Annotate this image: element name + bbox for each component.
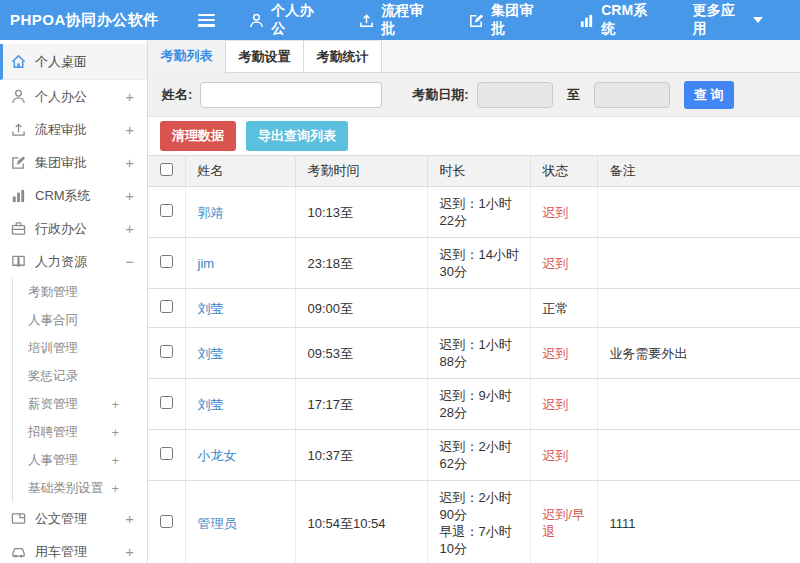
- employee-name-link[interactable]: 刘莹: [198, 301, 224, 316]
- main-content: 考勤列表 考勤设置 考勤统计 姓名: 考勤日期: 至 查 询 清理数据 导出查询…: [148, 40, 800, 563]
- bar-chart-icon: [10, 188, 26, 204]
- tab-attendance-settings[interactable]: 考勤设置: [226, 40, 304, 72]
- sidebar-subitem-base-category-settings[interactable]: 基础类别设置 +: [13, 474, 147, 502]
- sidebar-item-document-mgmt[interactable]: 公文管理 +: [0, 502, 147, 535]
- employee-name-link[interactable]: 管理员: [198, 516, 237, 531]
- attendance-time: 10:37至: [295, 430, 427, 481]
- sidebar-item-label: 公文管理: [35, 510, 87, 528]
- nav-crm-system[interactable]: CRM系统: [579, 2, 656, 38]
- sidebar-item-workflow-approval[interactable]: 流程审批 +: [0, 113, 147, 146]
- sidebar-item-group-approval[interactable]: 集团审批 +: [0, 146, 147, 179]
- row-checkbox[interactable]: [160, 447, 173, 460]
- table-row: 刘莹 09:53至 迟到：1小时88分 迟到 业务需要外出: [148, 328, 800, 379]
- tab-attendance-list[interactable]: 考勤列表: [148, 40, 226, 74]
- sidebar-item-crm-system[interactable]: CRM系统 +: [0, 179, 147, 212]
- date-to-label: 至: [567, 86, 580, 104]
- row-checkbox[interactable]: [160, 300, 173, 313]
- duration: 迟到：9小时28分: [427, 379, 530, 430]
- duration: 迟到：1小时88分: [427, 328, 530, 379]
- sidebar-item-vehicle-mgmt[interactable]: 用车管理 +: [0, 535, 147, 563]
- sidebar-subitem-label: 人事管理: [28, 452, 78, 469]
- sidebar-subitem-reward-records[interactable]: 奖惩记录: [13, 362, 147, 390]
- row-checkbox[interactable]: [160, 515, 173, 528]
- sidebar-subitem-attendance-mgmt[interactable]: 考勤管理: [13, 278, 147, 306]
- export-list-button[interactable]: 导出查询列表: [246, 121, 348, 151]
- sidebar-item-label: CRM系统: [35, 187, 91, 205]
- duration: 迟到：2小时90分 早退：7小时10分: [427, 481, 530, 563]
- nav-personal-office[interactable]: 个人办公: [249, 2, 322, 38]
- nav-label: CRM系统: [601, 2, 656, 38]
- hamburger-menu-icon[interactable]: [198, 14, 215, 27]
- collapse-minus-icon[interactable]: −: [125, 253, 134, 270]
- home-icon: [10, 54, 26, 70]
- nav-workflow-approval[interactable]: 流程审批: [359, 2, 432, 38]
- nav-label: 更多应用: [693, 2, 744, 38]
- expand-plus-icon[interactable]: +: [111, 481, 119, 496]
- employee-name-link[interactable]: 刘莹: [198, 397, 224, 412]
- expand-plus-icon[interactable]: +: [125, 543, 134, 560]
- expand-plus-icon[interactable]: +: [111, 425, 119, 440]
- row-checkbox[interactable]: [160, 396, 173, 409]
- edit-icon: [469, 13, 484, 28]
- sidebar: 个人桌面 个人办公 + 流程审批 + 集团审批 +: [0, 40, 148, 563]
- table-row: 小龙女 10:37至 迟到：2小时62分 迟到: [148, 430, 800, 481]
- sidebar-subitem-personnel-mgmt[interactable]: 人事管理 +: [13, 446, 147, 474]
- nav-label: 集团审批: [491, 2, 542, 38]
- note: [597, 430, 800, 481]
- duration: 迟到：2小时62分: [427, 430, 530, 481]
- sidebar-subitem-hr-contract[interactable]: 人事合同: [13, 306, 147, 334]
- expand-plus-icon[interactable]: +: [125, 154, 134, 171]
- search-button[interactable]: 查 询: [684, 81, 734, 109]
- person-icon: [10, 89, 26, 105]
- note: [597, 238, 800, 289]
- expand-plus-icon[interactable]: +: [111, 397, 119, 412]
- attendance-time: 10:13至: [295, 187, 427, 238]
- bar-chart-icon: [579, 13, 594, 28]
- nav-more-apps[interactable]: 更多应用: [693, 2, 763, 38]
- filter-bar: 姓名: 考勤日期: 至 查 询: [148, 73, 800, 117]
- expand-plus-icon[interactable]: +: [125, 187, 134, 204]
- sidebar-subitem-recruit-mgmt[interactable]: 招聘管理 +: [13, 418, 147, 446]
- sidebar-item-label: 行政办公: [35, 220, 87, 238]
- column-header-status: 状态: [530, 156, 597, 187]
- expand-plus-icon[interactable]: +: [125, 220, 134, 237]
- sidebar-subitem-training-mgmt[interactable]: 培训管理: [13, 334, 147, 362]
- workflow-icon: [359, 13, 374, 28]
- row-checkbox[interactable]: [160, 255, 173, 268]
- app-title: PHPOA协同办公软件: [0, 11, 182, 30]
- tab-attendance-statistics[interactable]: 考勤统计: [304, 40, 382, 72]
- row-checkbox[interactable]: [160, 204, 173, 217]
- expand-plus-icon[interactable]: +: [125, 88, 134, 105]
- date-filter-label: 考勤日期:: [412, 86, 468, 104]
- caret-down-icon: [753, 17, 763, 23]
- sidebar-item-personal-office[interactable]: 个人办公 +: [0, 80, 147, 113]
- status-badge: 迟到: [530, 238, 597, 289]
- nav-group-approval[interactable]: 集团审批: [469, 2, 542, 38]
- employee-name-link[interactable]: jim: [198, 256, 215, 271]
- select-all-checkbox[interactable]: [160, 163, 173, 176]
- sidebar-subitem-salary-mgmt[interactable]: 薪资管理 +: [13, 390, 147, 418]
- name-filter-label: 姓名:: [162, 86, 192, 104]
- expand-plus-icon[interactable]: +: [111, 453, 119, 468]
- name-filter-input[interactable]: [200, 82, 382, 108]
- column-header-duration: 时长: [427, 156, 530, 187]
- employee-name-link[interactable]: 刘莹: [198, 346, 224, 361]
- hr-submenu: 考勤管理 人事合同 培训管理 奖惩记录 薪资管理 + 招聘管理 + 人事管理 +: [12, 278, 147, 502]
- status-badge: 迟到: [530, 328, 597, 379]
- row-checkbox[interactable]: [160, 345, 173, 358]
- employee-name-link[interactable]: 郭靖: [198, 205, 224, 220]
- expand-plus-icon[interactable]: +: [125, 121, 134, 138]
- clear-data-button[interactable]: 清理数据: [160, 121, 236, 151]
- date-to-input[interactable]: [594, 82, 670, 108]
- sidebar-item-admin-office[interactable]: 行政办公 +: [0, 212, 147, 245]
- employee-name-link[interactable]: 小龙女: [198, 448, 237, 463]
- sidebar-subitem-label: 奖惩记录: [28, 368, 78, 385]
- sidebar-item-label: 集团审批: [35, 154, 87, 172]
- sidebar-item-personal-desktop[interactable]: 个人桌面: [0, 44, 147, 80]
- date-from-input[interactable]: [477, 82, 553, 108]
- sidebar-subitem-label: 考勤管理: [28, 284, 78, 301]
- note: [597, 379, 800, 430]
- expand-plus-icon[interactable]: +: [125, 510, 134, 527]
- sidebar-item-human-resources[interactable]: 人力资源 −: [0, 245, 147, 278]
- sidebar-item-label: 流程审批: [35, 121, 87, 139]
